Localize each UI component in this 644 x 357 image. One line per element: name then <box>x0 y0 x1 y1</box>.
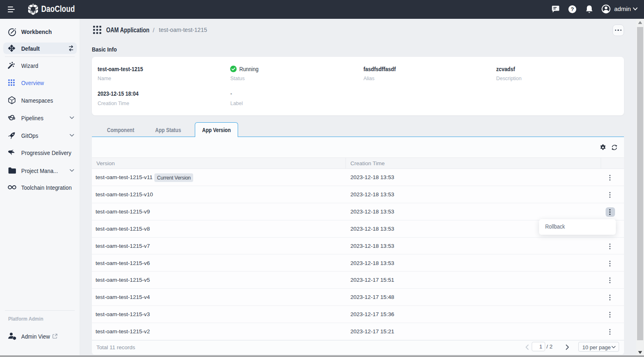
svg-text:?: ? <box>570 6 574 12</box>
